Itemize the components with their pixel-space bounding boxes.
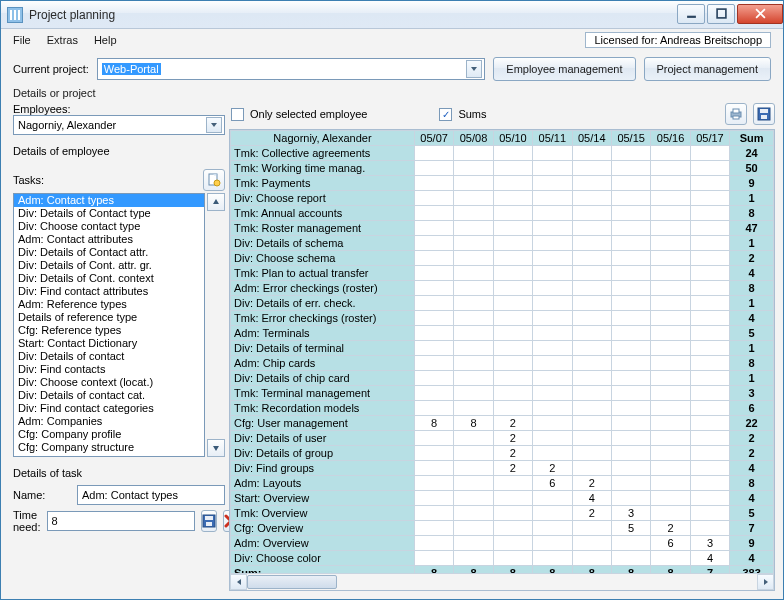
grid-cell[interactable] [454, 491, 493, 506]
grid-cell[interactable] [414, 206, 453, 221]
grid-cell[interactable] [493, 161, 532, 176]
grid-cell[interactable] [414, 296, 453, 311]
grid-cell[interactable] [572, 191, 611, 206]
grid-cell[interactable] [651, 551, 690, 566]
grid-cell[interactable] [493, 506, 532, 521]
grid-cell[interactable] [493, 281, 532, 296]
grid-cell[interactable] [611, 551, 650, 566]
grid-cell[interactable] [493, 341, 532, 356]
grid-cell[interactable] [690, 251, 729, 266]
task-item[interactable]: Div: Find contact attributes [14, 285, 204, 298]
grid-row-label[interactable]: Div: Choose report [231, 191, 415, 206]
grid-cell[interactable] [651, 416, 690, 431]
grid-row-label[interactable]: Div: Details of terminal [231, 341, 415, 356]
grid-cell[interactable] [533, 416, 572, 431]
grid-cell[interactable] [454, 191, 493, 206]
grid-cell[interactable] [572, 326, 611, 341]
grid-cell[interactable] [493, 371, 532, 386]
grid-cell[interactable] [651, 266, 690, 281]
grid-cell[interactable] [651, 431, 690, 446]
grid-cell[interactable] [454, 251, 493, 266]
grid-cell[interactable]: 2 [533, 461, 572, 476]
grid-cell[interactable] [572, 281, 611, 296]
grid-cell[interactable] [414, 371, 453, 386]
grid-cell[interactable] [533, 236, 572, 251]
new-task-button[interactable] [203, 169, 225, 191]
grid-cell[interactable] [533, 221, 572, 236]
grid-cell[interactable]: 2 [651, 521, 690, 536]
grid-cell[interactable] [651, 341, 690, 356]
task-item[interactable]: Div: Details of Contact type [14, 207, 204, 220]
employee-management-button[interactable]: Employee management [493, 57, 635, 81]
grid-cell[interactable]: 2 [493, 416, 532, 431]
grid-cell[interactable]: 2 [572, 476, 611, 491]
grid-cell[interactable] [690, 236, 729, 251]
grid-scroll[interactable]: Nagorniy, Alexander05/0705/0805/1005/110… [230, 130, 774, 573]
grid-cell[interactable] [690, 461, 729, 476]
grid-cell[interactable] [533, 521, 572, 536]
grid-col-date[interactable]: 05/15 [611, 131, 650, 146]
grid-cell[interactable] [611, 356, 650, 371]
grid-cell[interactable] [572, 356, 611, 371]
grid-cell[interactable] [493, 356, 532, 371]
grid-cell[interactable] [651, 326, 690, 341]
grid-cell[interactable] [690, 296, 729, 311]
grid-cell[interactable] [611, 251, 650, 266]
grid-cell[interactable] [493, 266, 532, 281]
grid-cell[interactable] [611, 386, 650, 401]
grid-cell[interactable] [611, 296, 650, 311]
grid-row-label[interactable]: Cfg: Overview [231, 521, 415, 536]
task-item[interactable]: Cfg: Company structure [14, 441, 204, 454]
grid-cell[interactable] [572, 551, 611, 566]
grid-cell[interactable] [533, 266, 572, 281]
grid-cell[interactable] [454, 341, 493, 356]
grid-cell[interactable] [572, 206, 611, 221]
grid-cell[interactable]: 8 [414, 416, 453, 431]
grid-cell[interactable] [572, 416, 611, 431]
grid-cell[interactable] [454, 281, 493, 296]
task-item[interactable]: Details of reference type [14, 311, 204, 324]
grid-cell[interactable] [454, 401, 493, 416]
scroll-left-button[interactable] [230, 574, 247, 590]
grid-cell[interactable] [493, 191, 532, 206]
grid-cell[interactable] [493, 476, 532, 491]
grid-cell[interactable] [493, 221, 532, 236]
grid-cell[interactable] [414, 236, 453, 251]
scrollbar-thumb[interactable] [247, 575, 337, 589]
grid-cell[interactable] [454, 176, 493, 191]
grid-cell[interactable] [533, 176, 572, 191]
employee-combo[interactable]: Nagorniy, Alexander [13, 115, 225, 135]
grid-cell[interactable] [454, 506, 493, 521]
grid-cell[interactable] [533, 191, 572, 206]
grid-cell[interactable] [454, 551, 493, 566]
grid-cell[interactable] [611, 431, 650, 446]
maximize-button[interactable] [707, 4, 735, 24]
grid-cell[interactable] [533, 326, 572, 341]
grid-cell[interactable] [690, 266, 729, 281]
task-item[interactable]: Adm: Reference types [14, 298, 204, 311]
grid-cell[interactable] [493, 326, 532, 341]
grid-cell[interactable] [454, 461, 493, 476]
tasks-list[interactable]: Adm: Contact typesDiv: Details of Contac… [13, 193, 205, 457]
grid-row-label[interactable]: Div: Details of err. check. [231, 296, 415, 311]
grid-cell[interactable] [533, 161, 572, 176]
grid-cell[interactable] [651, 296, 690, 311]
grid-cell[interactable] [611, 161, 650, 176]
task-item[interactable]: Div: Details of Contact attr. [14, 246, 204, 259]
grid-row-label[interactable]: Tmk: Overview [231, 506, 415, 521]
grid-cell[interactable]: 3 [611, 506, 650, 521]
grid-cell[interactable] [493, 536, 532, 551]
print-button[interactable] [725, 103, 747, 125]
grid-cell[interactable] [690, 431, 729, 446]
grid-row-label[interactable]: Start: Overview [231, 491, 415, 506]
grid-cell[interactable]: 2 [493, 461, 532, 476]
grid-cell[interactable] [414, 191, 453, 206]
grid-cell[interactable] [533, 206, 572, 221]
grid-cell[interactable] [414, 146, 453, 161]
grid-cell[interactable] [690, 371, 729, 386]
grid-cell[interactable] [690, 476, 729, 491]
grid-cell[interactable] [414, 401, 453, 416]
grid-cell[interactable]: 3 [690, 536, 729, 551]
grid-cell[interactable] [454, 446, 493, 461]
grid-cell[interactable] [493, 491, 532, 506]
